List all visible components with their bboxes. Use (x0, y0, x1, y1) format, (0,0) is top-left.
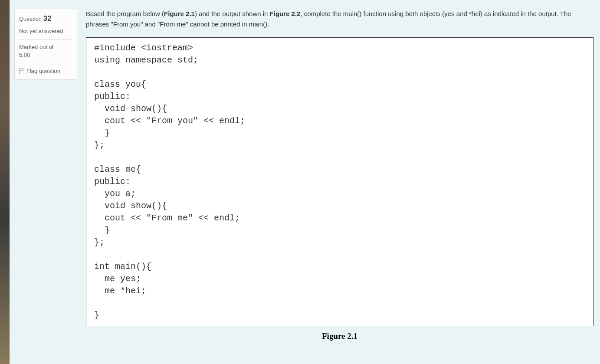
figure-caption: Figure 2.1 (86, 331, 593, 341)
figure-ref-1: Figure 2.1 (164, 10, 195, 17)
marked-label: Marked out of (19, 44, 54, 50)
question-label-text: Question (19, 16, 42, 22)
question-number: 32 (43, 14, 52, 23)
marked-value: 5.00 (19, 52, 30, 58)
background-decoration (0, 0, 10, 341)
marks-info: Marked out of 5.00 (19, 39, 72, 59)
flag-icon (19, 68, 24, 74)
figure-ref-2: Figure 2.2 (270, 10, 301, 17)
code-listing: #include <iostream> using namespace std;… (86, 37, 593, 326)
question-label: Question 32 (19, 14, 72, 23)
prompt-text-1: Based the program below ( (86, 10, 164, 17)
question-info-panel: Question 32 Not yet answered Marked out … (14, 9, 77, 80)
flag-question-text: Flag question (26, 68, 60, 74)
question-prompt: Based the program below (Figure 2.1) and… (86, 9, 593, 30)
prompt-text-2: ) and the output shown in (195, 10, 270, 17)
flag-question-link[interactable]: Flag question (19, 64, 72, 74)
answer-status: Not yet answered (19, 27, 72, 35)
question-content: Based the program below (Figure 2.1) and… (86, 9, 593, 341)
